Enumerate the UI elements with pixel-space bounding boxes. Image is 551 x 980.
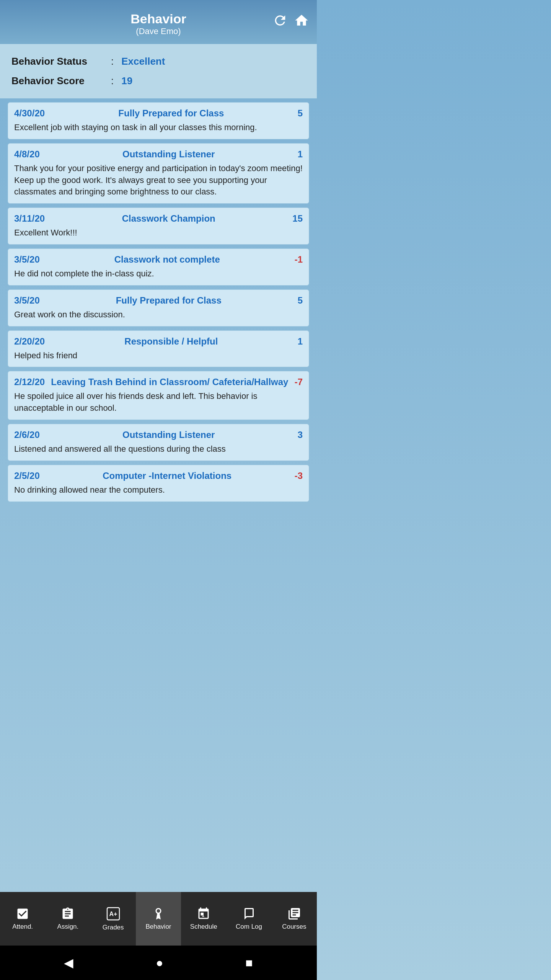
record-date: 4/30/20 bbox=[14, 108, 45, 119]
record-behavior: Leaving Trash Behind in Classroom/ Cafet… bbox=[45, 377, 295, 387]
record-header: 3/5/20Classwork not complete-1 bbox=[14, 254, 303, 265]
record-date: 3/5/20 bbox=[14, 295, 40, 306]
records-list: 4/30/20Fully Prepared for Class5Excellen… bbox=[0, 98, 317, 892]
info-section: Behavior Status : Excellent Behavior Sco… bbox=[0, 44, 317, 98]
record-note: Excellent job with staying on task in al… bbox=[14, 122, 303, 134]
android-nav-bar: ◀ ● ■ bbox=[0, 946, 317, 980]
record-date: 2/5/20 bbox=[14, 470, 40, 481]
record-header: 3/5/20Fully Prepared for Class5 bbox=[14, 295, 303, 306]
record-header: 3/11/20Classwork Champion15 bbox=[14, 213, 303, 224]
nav-courses-label: Courses bbox=[282, 923, 306, 931]
behavior-score-value: 19 bbox=[121, 75, 132, 87]
record-card[interactable]: 2/20/20Responsible / Helpful1Helped his … bbox=[8, 330, 309, 368]
record-card[interactable]: 3/5/20Fully Prepared for Class5Great wor… bbox=[8, 289, 309, 327]
record-score: -1 bbox=[295, 254, 303, 265]
grades-icon-display: A+ bbox=[106, 906, 121, 921]
record-card[interactable]: 2/6/20Outstanding Listener3Listened and … bbox=[8, 424, 309, 461]
record-behavior: Computer -Internet Violations bbox=[40, 470, 295, 481]
nav-grades[interactable]: A+ Grades bbox=[91, 892, 136, 946]
home-icon bbox=[294, 13, 309, 28]
record-note: Great work on the discussion. bbox=[14, 309, 303, 321]
home-button[interactable] bbox=[294, 13, 309, 31]
record-note: No drinking allowed near the computers. bbox=[14, 484, 303, 496]
checkbox-icon bbox=[16, 907, 29, 921]
record-behavior: Classwork not complete bbox=[40, 254, 295, 265]
record-note: Listened and answered all the questions … bbox=[14, 443, 303, 455]
nav-attend-label: Attend. bbox=[12, 923, 33, 931]
record-card[interactable]: 4/30/20Fully Prepared for Class5Excellen… bbox=[8, 102, 309, 139]
record-card[interactable]: 4/8/20Outstanding Listener1Thank you for… bbox=[8, 143, 309, 204]
header: Behavior (Dave Emo) bbox=[0, 0, 317, 44]
status-colon: : bbox=[111, 56, 114, 67]
record-score: -3 bbox=[295, 470, 303, 481]
behavior-score-label: Behavior Score bbox=[11, 75, 111, 87]
record-behavior: Responsible / Helpful bbox=[45, 336, 298, 347]
record-score: 15 bbox=[292, 213, 303, 224]
record-score: 3 bbox=[298, 430, 303, 440]
header-title-block: Behavior (Dave Emo) bbox=[130, 11, 186, 36]
record-behavior: Outstanding Listener bbox=[40, 149, 298, 160]
schedule-icon: 1 bbox=[197, 907, 210, 921]
android-recent-button[interactable]: ■ bbox=[245, 956, 253, 970]
refresh-icon bbox=[272, 13, 288, 28]
record-score: 1 bbox=[298, 149, 303, 160]
record-header: 2/20/20Responsible / Helpful1 bbox=[14, 336, 303, 347]
nav-grades-label: Grades bbox=[103, 924, 124, 931]
behavior-status-row: Behavior Status : Excellent bbox=[11, 52, 305, 71]
svg-text:A+: A+ bbox=[109, 911, 117, 917]
record-date: 3/5/20 bbox=[14, 254, 40, 265]
record-header: 4/8/20Outstanding Listener1 bbox=[14, 149, 303, 160]
record-header: 2/12/20Leaving Trash Behind in Classroom… bbox=[14, 377, 303, 387]
ribbon-icon bbox=[152, 907, 165, 921]
nav-assign[interactable]: Assign. bbox=[45, 892, 90, 946]
header-icons bbox=[272, 13, 309, 31]
nav-schedule[interactable]: 1 Schedule bbox=[181, 892, 226, 946]
record-date: 2/12/20 bbox=[14, 377, 45, 387]
svg-text:1: 1 bbox=[202, 913, 204, 918]
nav-assign-label: Assign. bbox=[57, 923, 79, 931]
record-score: -7 bbox=[295, 377, 303, 387]
clipboard-icon bbox=[61, 907, 75, 921]
nav-comlog[interactable]: Com Log bbox=[226, 892, 271, 946]
nav-courses[interactable]: Courses bbox=[272, 892, 317, 946]
record-note: Helped his friend bbox=[14, 350, 303, 362]
record-score: 5 bbox=[298, 295, 303, 306]
bottom-nav: Attend. Assign. A+ Grades Behavior 1 Sch… bbox=[0, 892, 317, 946]
record-note: He did not complete the in-class quiz. bbox=[14, 268, 303, 280]
record-behavior: Classwork Champion bbox=[45, 213, 292, 224]
nav-behavior-label: Behavior bbox=[145, 923, 171, 931]
refresh-button[interactable] bbox=[272, 13, 288, 31]
record-header: 2/5/20Computer -Internet Violations-3 bbox=[14, 470, 303, 481]
behavior-status-label: Behavior Status bbox=[11, 56, 111, 67]
record-date: 3/11/20 bbox=[14, 213, 45, 224]
record-card[interactable]: 3/5/20Classwork not complete-1He did not… bbox=[8, 248, 309, 286]
record-behavior: Outstanding Listener bbox=[40, 430, 298, 440]
record-header: 4/30/20Fully Prepared for Class5 bbox=[14, 108, 303, 119]
courses-icon bbox=[287, 907, 301, 921]
record-card[interactable]: 2/5/20Computer -Internet Violations-3No … bbox=[8, 465, 309, 502]
record-note: Thank you for your positive energy and p… bbox=[14, 163, 303, 198]
nav-attend[interactable]: Attend. bbox=[0, 892, 45, 946]
page-subtitle: (Dave Emo) bbox=[130, 26, 186, 36]
android-home-button[interactable]: ● bbox=[156, 956, 163, 970]
score-colon: : bbox=[111, 75, 114, 87]
nav-schedule-label: Schedule bbox=[190, 923, 217, 931]
nav-behavior[interactable]: Behavior bbox=[136, 892, 181, 946]
record-behavior: Fully Prepared for Class bbox=[45, 108, 298, 119]
record-note: He spoiled juice all over his friends de… bbox=[14, 390, 303, 414]
android-back-button[interactable]: ◀ bbox=[64, 956, 73, 970]
record-score: 5 bbox=[298, 108, 303, 119]
behavior-score-row: Behavior Score : 19 bbox=[11, 71, 305, 91]
record-score: 1 bbox=[298, 336, 303, 347]
nav-comlog-label: Com Log bbox=[236, 923, 262, 931]
record-behavior: Fully Prepared for Class bbox=[40, 295, 298, 306]
record-card[interactable]: 2/12/20Leaving Trash Behind in Classroom… bbox=[8, 371, 309, 420]
comlog-icon bbox=[242, 907, 256, 921]
record-card[interactable]: 3/11/20Classwork Champion15Excellent Wor… bbox=[8, 207, 309, 245]
record-date: 2/6/20 bbox=[14, 430, 40, 440]
record-date: 2/20/20 bbox=[14, 336, 45, 347]
behavior-status-value: Excellent bbox=[121, 56, 165, 67]
record-header: 2/6/20Outstanding Listener3 bbox=[14, 430, 303, 440]
record-date: 4/8/20 bbox=[14, 149, 40, 160]
page-title: Behavior bbox=[130, 11, 186, 26]
